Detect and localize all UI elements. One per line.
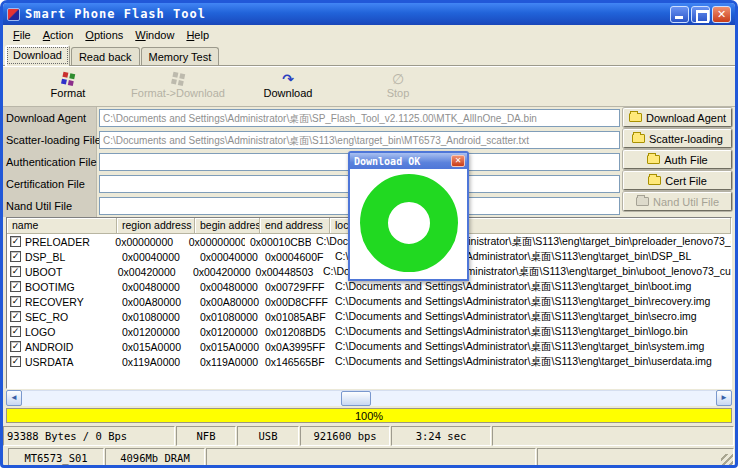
tab-memory-test[interactable]: Memory Test [141,47,220,65]
check-icon: ✓ [12,327,20,336]
scatter-file-input[interactable]: C:\Documents and Settings\Administrator\… [99,131,620,149]
checkbox[interactable]: ✓ [10,296,21,307]
maximize-button[interactable] [691,6,710,23]
format-button[interactable]: Format [13,73,123,99]
checkbox[interactable]: ✓ [10,251,21,262]
table-row[interactable]: ✓SEC_RO 0x01080000 0x01080000 0x01085ABF… [7,309,731,324]
menu-file[interactable]: File [7,27,37,43]
check-icon: ✓ [12,237,20,246]
checkbox[interactable]: ✓ [10,326,21,337]
check-icon: ✓ [12,297,20,306]
progress-bar: 100% [6,408,732,423]
header-begin-address[interactable]: begin address [195,218,260,234]
download-icon: ↷ [282,73,294,86]
scrollbar-track[interactable] [22,390,716,406]
checkbox[interactable]: ✓ [10,341,21,352]
check-icon: ✓ [12,342,20,351]
scrollbar-thumb[interactable] [341,391,371,406]
status-time: 3:24 sec [391,426,491,446]
table-row[interactable]: ✓USRDATA 0x119A0000 0x119A0000 0x146565B… [7,354,731,369]
check-icon: ✓ [12,357,20,366]
format-download-button: Format->Download [123,73,233,99]
partition-name: PRELOADER [25,236,90,248]
folder-icon [647,155,660,164]
check-icon: ✓ [12,312,20,321]
scatter-file-label: Scatter-loading File [3,129,96,151]
format-download-icon [170,72,185,87]
download-agent-browse-button[interactable]: Download Agent [623,108,732,127]
check-icon: ✓ [12,252,20,261]
auth-file-browse-button[interactable]: Auth File [623,150,732,169]
partition-name: UBOOT [25,266,62,278]
tab-download[interactable]: Download [5,45,70,66]
checkbox[interactable]: ✓ [10,311,21,322]
menu-help[interactable]: Help [180,27,215,43]
stop-button: ∅ Stop [343,73,453,99]
checkbox[interactable]: ✓ [10,266,21,277]
header-region-address[interactable]: region address [117,218,195,234]
dialog-title-bar[interactable]: Download OK ✕ [350,153,467,169]
header-name[interactable]: name [7,218,117,234]
menu-action[interactable]: Action [37,27,80,43]
status-empty [492,426,734,446]
nand-util-label: Nand Util File [3,195,96,217]
auth-file-label: Authentication File [3,151,96,173]
checkbox[interactable]: ✓ [10,281,21,292]
status-chip: MT6573_S01 [8,448,104,468]
download-agent-input[interactable]: C:\Documents and Settings\Administrator\… [99,109,620,127]
partition-name: SEC_RO [25,311,68,323]
folder-icon [648,176,661,185]
minimize-button[interactable] [670,6,689,23]
stop-icon: ∅ [392,73,404,86]
checkbox[interactable]: ✓ [10,356,21,367]
progress-percent: 100% [355,410,383,422]
table-row[interactable]: ✓LOGO 0x01200000 0x01200000 0x01208BD5 C… [7,324,731,339]
status-bytes: 93388 Bytes / 0 Bps [3,426,175,446]
scroll-left-icon[interactable]: ◄ [6,390,22,406]
table-row[interactable]: ✓RECOVERY 0x00A80000 0x00A80000 0x00D8CF… [7,294,731,309]
horizontal-scrollbar: ◄ ► [6,390,732,406]
header-end-address[interactable]: end address [260,218,330,234]
download-button[interactable]: ↷ Download [233,73,343,99]
folder-icon [632,134,645,143]
status-empty [537,448,734,468]
check-icon: ✓ [12,282,20,291]
cert-file-browse-button[interactable]: Cert File [623,171,732,190]
cert-file-label: Certification File [3,173,96,195]
scroll-right-icon[interactable]: ► [716,390,732,406]
download-ok-ring-icon [360,174,458,272]
menu-bar: File Action Options Window Help [3,25,735,45]
folder-icon [636,197,649,206]
resize-grip[interactable] [721,454,733,466]
app-icon [7,8,20,21]
dialog-close-icon[interactable]: ✕ [451,155,465,167]
nand-util-browse-button: Nand Util File [623,192,732,211]
folder-icon [629,113,642,122]
app-window: Smart Phone Flash Tool ✕ File Action Opt… [0,0,738,468]
partition-name: USRDATA [25,356,74,368]
status-port: USB [237,426,299,446]
table-row[interactable]: ✓ANDROID 0x015A0000 0x015A0000 0x0A3995F… [7,339,731,354]
scatter-loading-browse-button[interactable]: Scatter-loading [623,129,732,148]
title-bar[interactable]: Smart Phone Flash Tool ✕ [3,3,735,25]
menu-options[interactable]: Options [79,27,129,43]
menu-window[interactable]: Window [129,27,180,43]
partition-name: ANDROID [25,341,73,353]
status-bar: 93388 Bytes / 0 Bps NFB USB 921600 bps 3… [3,426,735,446]
download-agent-label: Download Agent [3,107,96,129]
window-title: Smart Phone Flash Tool [25,7,670,21]
download-ok-dialog: Download OK ✕ [348,151,469,281]
partition-name: BOOTIMG [25,281,75,293]
partition-name: DSP_BL [25,251,65,263]
dialog-body [350,169,467,277]
checkbox[interactable]: ✓ [10,236,21,247]
format-icon [60,72,75,87]
close-button[interactable]: ✕ [712,6,731,23]
table-row[interactable]: ✓BOOTIMG 0x00480000 0x00480000 0x00729FF… [7,279,731,294]
check-icon: ✓ [12,267,20,276]
status-dram: 4096Mb DRAM [105,448,205,468]
tab-bar: Download Read back Memory Test [3,45,735,66]
field-labels: Download Agent Scatter-loading File Auth… [3,107,97,217]
status-empty [206,448,536,468]
tab-read-back[interactable]: Read back [71,47,140,65]
